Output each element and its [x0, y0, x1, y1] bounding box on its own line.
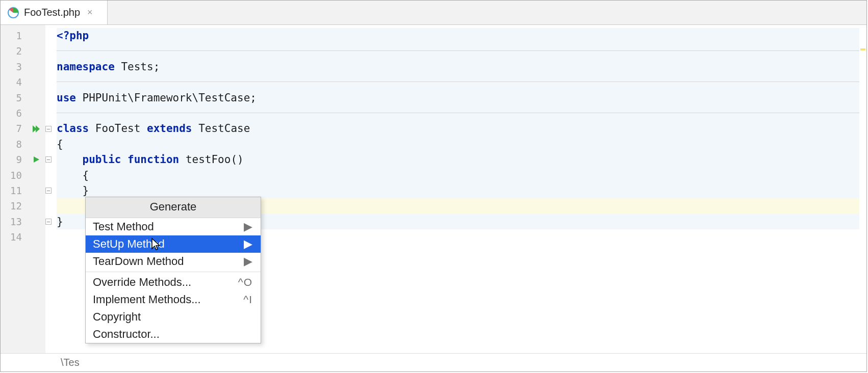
menu-item-label: Copyright: [93, 310, 141, 324]
code-line: [57, 105, 866, 121]
popup-title: Generate: [86, 197, 261, 218]
submenu-arrow-icon: ▶: [244, 237, 252, 251]
menu-item-copyright[interactable]: Copyright: [86, 308, 261, 326]
code-line: {: [57, 168, 866, 183]
fold-toggle[interactable]: [45, 183, 57, 198]
breadcrumb-text: \Tes: [61, 357, 80, 368]
line-number: 14: [1, 229, 27, 245]
menu-item-implement-methods[interactable]: Implement Methods... ^I: [86, 291, 261, 308]
line-number: 2: [1, 43, 27, 59]
generate-popup: Generate Test Method ▶ SetUp Method ▶ Te…: [85, 197, 261, 343]
fold-toggle[interactable]: [45, 152, 57, 167]
code-line: <?php: [57, 28, 866, 43]
line-number: 9: [1, 152, 27, 167]
menu-item-label: Test Method: [93, 220, 154, 233]
code-line: {: [57, 137, 866, 152]
submenu-arrow-icon: ▶: [244, 220, 252, 233]
line-number: 8: [1, 137, 27, 152]
line-number: 10: [1, 168, 27, 183]
menu-shortcut: ^O: [238, 276, 252, 288]
run-class-icon[interactable]: [27, 121, 45, 136]
menu-separator: [86, 272, 261, 272]
code-line: use PHPUnit\Framework\TestCase;: [57, 90, 866, 105]
line-number: 13: [1, 214, 27, 229]
code-line: class FooTest extends TestCase: [57, 121, 866, 136]
menu-item-test-method[interactable]: Test Method ▶: [86, 218, 261, 235]
menu-item-teardown-method[interactable]: TearDown Method ▶: [86, 253, 261, 270]
file-tab[interactable]: FooTest.php ×: [1, 1, 108, 24]
code-line: [57, 43, 866, 59]
menu-item-label: TearDown Method: [93, 255, 184, 268]
breadcrumb-bar[interactable]: \Tes: [1, 353, 866, 371]
menu-item-setup-method[interactable]: SetUp Method ▶: [86, 235, 261, 253]
gutter-markers: [27, 25, 45, 353]
menu-item-constructor[interactable]: Constructor...: [86, 326, 261, 343]
code-line: public function testFoo(): [57, 152, 866, 167]
tab-filename: FooTest.php: [24, 7, 80, 18]
run-test-icon[interactable]: [27, 152, 45, 167]
line-number: 5: [1, 90, 27, 105]
line-number-gutter: 1 2 3 4 5 6 7 8 9 10 11 12 13 14: [1, 25, 27, 353]
menu-item-label: Constructor...: [93, 328, 160, 341]
line-number: 12: [1, 198, 27, 214]
code-line: [57, 74, 866, 90]
php-test-file-icon: [8, 7, 19, 18]
line-number: 11: [1, 183, 27, 198]
menu-shortcut: ^I: [243, 294, 252, 306]
menu-item-override-methods[interactable]: Override Methods... ^O: [86, 274, 261, 291]
fold-toggle[interactable]: [45, 214, 57, 229]
menu-item-label: Implement Methods...: [93, 293, 201, 306]
error-stripe[interactable]: [859, 25, 866, 353]
line-number: 4: [1, 74, 27, 90]
submenu-arrow-icon: ▶: [244, 255, 252, 268]
fold-toggle[interactable]: [45, 121, 57, 136]
code-line: namespace Tests;: [57, 59, 866, 74]
fold-gutter: [45, 25, 57, 353]
line-number: 6: [1, 105, 27, 121]
line-number: 7: [1, 121, 27, 136]
code-line: }: [57, 183, 866, 198]
close-tab-icon[interactable]: ×: [87, 7, 93, 18]
menu-item-label: SetUp Method: [93, 237, 165, 251]
menu-item-label: Override Methods...: [93, 276, 191, 289]
tab-bar: FooTest.php ×: [1, 1, 866, 25]
line-number: 3: [1, 59, 27, 74]
line-number: 1: [1, 28, 27, 43]
